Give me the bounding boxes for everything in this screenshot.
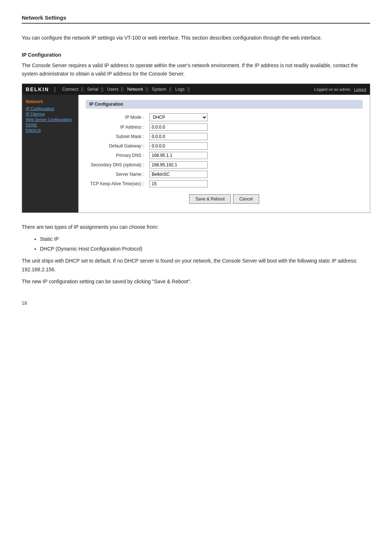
sidebar-link-ip-filtering[interactable]: IP Filtering: [26, 112, 75, 116]
bullet-static-ip: Static IP: [40, 235, 370, 243]
sidebar-link-radius[interactable]: RADIUS: [26, 128, 75, 133]
nav-link-system[interactable]: System: [149, 87, 170, 92]
nav-link-connect[interactable]: Connect: [59, 87, 82, 92]
ip-config-header: IP Configuration: [86, 100, 363, 109]
content-below: There are two types of IP assignments yo…: [22, 223, 370, 286]
label-tcp-keepalive: TCP Keep-Alive Time(sec) :: [86, 179, 147, 188]
below-para1: The unit ships with DHCP set to default.…: [22, 257, 370, 273]
nav-bar: BELKIN | Connect | Serial | Users | Netw…: [22, 84, 370, 95]
label-secondary-dns: Secondary DNS (optional) :: [86, 160, 147, 170]
nav-auth: Logged on as admin. Logout: [314, 87, 366, 92]
label-subnet-mask: Subnet Mask :: [86, 132, 147, 141]
label-primary-dns: Primary DNS :: [86, 151, 147, 160]
input-subnet-mask[interactable]: [150, 133, 208, 140]
label-server-name: Server Name :: [86, 170, 147, 179]
page-header: Network Settings: [22, 15, 370, 24]
ip-config-section-title: IP Configuration: [22, 52, 370, 58]
nav-links: Connect | Serial | Users | Network | Sys…: [59, 87, 314, 92]
label-ip-mode: IP Mode :: [86, 112, 147, 122]
page-title: Network Settings: [22, 15, 66, 21]
logout-link[interactable]: Logout: [354, 87, 366, 92]
input-primary-dns[interactable]: [150, 152, 208, 159]
panel-body: Network IP Configuration IP Filtering We…: [22, 95, 370, 212]
button-row: Save & Reboot Cancel: [86, 194, 363, 207]
label-default-gateway: Default Gateway :: [86, 141, 147, 151]
nav-brand: BELKIN: [26, 86, 49, 92]
sidebar-link-web-server[interactable]: Web Server Configuration: [26, 117, 75, 122]
field-ip-mode: IP Mode : DHCP Static: [86, 112, 363, 122]
cancel-button[interactable]: Cancel: [233, 194, 259, 204]
sidebar-network-title[interactable]: Network: [26, 99, 75, 104]
ui-panel: BELKIN | Connect | Serial | Users | Netw…: [22, 84, 370, 213]
input-tcp-keepalive[interactable]: [150, 180, 208, 187]
bullet-list: Static IP DHCP (Dynamic Host Configurati…: [40, 235, 370, 253]
field-primary-dns: Primary DNS :: [86, 151, 363, 160]
below-para2: The new IP configuration setting can be …: [22, 277, 370, 286]
nav-link-logs[interactable]: Logs: [172, 87, 188, 92]
field-subnet-mask: Subnet Mask :: [86, 132, 363, 141]
nav-link-network[interactable]: Network: [124, 87, 146, 92]
ip-config-form: IP Mode : DHCP Static IP Address :: [86, 112, 363, 188]
below-intro: There are two types of IP assignments yo…: [22, 223, 370, 231]
main-content: IP Configuration IP Mode : DHCP Static: [78, 95, 370, 212]
input-server-name[interactable]: [150, 171, 208, 178]
field-secondary-dns: Secondary DNS (optional) :: [86, 160, 363, 170]
select-ip-mode[interactable]: DHCP Static: [150, 113, 208, 121]
nav-divider: |: [54, 86, 56, 93]
nav-link-serial[interactable]: Serial: [84, 87, 102, 92]
intro-text: You can configure the network IP setting…: [22, 34, 370, 42]
page-number: 18: [22, 300, 370, 306]
sidebar-link-ddns[interactable]: DDNS: [26, 123, 75, 127]
sidebar-link-ip-config[interactable]: IP Configuration: [26, 106, 75, 111]
label-ip-address: IP Address :: [86, 122, 147, 132]
ip-config-section-desc: The Console Server requires a valid IP a…: [22, 61, 370, 78]
field-tcp-keepalive: TCP Keep-Alive Time(sec) :: [86, 179, 363, 188]
field-default-gateway: Default Gateway :: [86, 141, 363, 151]
field-ip-address: IP Address :: [86, 122, 363, 132]
save-reboot-button[interactable]: Save & Reboot: [189, 194, 231, 204]
nav-link-users[interactable]: Users: [104, 87, 122, 92]
input-ip-address[interactable]: [150, 123, 208, 131]
sidebar: Network IP Configuration IP Filtering We…: [22, 95, 78, 212]
field-server-name: Server Name :: [86, 170, 363, 179]
input-default-gateway[interactable]: [150, 142, 208, 150]
bullet-dhcp: DHCP (Dynamic Host Configuration Protoco…: [40, 245, 370, 253]
input-secondary-dns[interactable]: [150, 161, 208, 169]
